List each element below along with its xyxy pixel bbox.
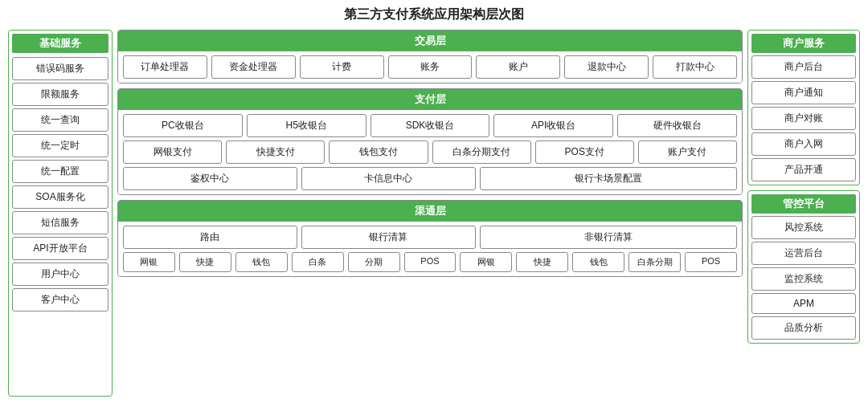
left-item-1: 限额服务	[12, 83, 108, 106]
cell-2-1-3: 白条	[292, 252, 344, 272]
left-column: 基础服务 错误码服务限额服务统一查询统一定时统一配置SOA服务化短信服务API开…	[8, 30, 113, 397]
row-1-2: 鉴权中心卡信息中心银行卡场景配置	[123, 167, 737, 190]
cell-0-0-6: 打款中心	[653, 55, 737, 79]
cell-2-1-5: POS	[404, 252, 457, 272]
control-box-title: 管控平台	[751, 194, 856, 214]
row-1-1: 网银支付快捷支付钱包支付白条分期支付POS支付账户支付	[123, 140, 737, 164]
layer-box-2: 渠通层路由银行清算非银行清算网银快捷钱包白条分期POS网银快捷钱包白条分期POS	[117, 200, 743, 277]
left-item-5: SOA服务化	[12, 185, 108, 209]
merchant-item-1: 商户通知	[751, 81, 856, 104]
control-box: 管控平台 风控系统运营后台监控系统APM品质分析	[747, 190, 860, 344]
row-0-0: 订单处理器资金处理器计费账务账户退款中心打款中心	[123, 55, 737, 79]
cell-1-0-4: 硬件收银台	[617, 114, 737, 137]
cell-0-0-4: 账户	[476, 55, 560, 79]
main-container: 第三方支付系统应用架构层次图 基础服务 错误码服务限额服务统一查询统一定时统一配…	[0, 0, 868, 403]
left-item-3: 统一定时	[12, 134, 108, 157]
cell-1-2-2: 银行卡场景配置	[480, 167, 737, 190]
left-col-title: 基础服务	[12, 34, 108, 53]
cell-1-1-1: 快捷支付	[226, 140, 325, 164]
cell-2-1-10: POS	[685, 252, 737, 272]
cell-2-1-7: 快捷	[516, 252, 568, 272]
cell-2-1-8: 钱包	[572, 252, 624, 272]
content-area: 基础服务 错误码服务限额服务统一查询统一定时统一配置SOA服务化短信服务API开…	[8, 30, 860, 397]
control-item-1: 运营后台	[751, 242, 856, 265]
control-item-0: 风控系统	[751, 216, 856, 239]
layer-content-0: 订单处理器资金处理器计费账务账户退款中心打款中心	[118, 51, 742, 83]
right-column: 商户服务 商户后台商户通知商户对账商户入网产品开通 管控平台 风控系统运营后台监…	[747, 30, 860, 397]
layer-box-0: 交易层订单处理器资金处理器计费账务账户退款中心打款中心	[117, 30, 743, 83]
cell-0-0-2: 计费	[300, 55, 384, 79]
cell-2-0-1: 银行清算	[301, 226, 476, 249]
layer-title-0: 交易层	[118, 31, 742, 51]
cell-2-1-4: 分期	[348, 252, 400, 272]
cell-1-0-3: API收银台	[493, 114, 613, 137]
cell-1-1-5: 账户支付	[638, 140, 737, 164]
cell-1-0-0: PC收银台	[123, 114, 243, 137]
left-item-0: 错误码服务	[12, 57, 108, 80]
cell-1-0-2: SDK收银台	[371, 114, 490, 137]
cell-2-0-0: 路由	[123, 226, 297, 249]
layer-content-2: 路由银行清算非银行清算网银快捷钱包白条分期POS网银快捷钱包白条分期POS	[118, 222, 742, 276]
cell-2-1-0: 网银	[123, 252, 175, 272]
left-item-2: 统一查询	[12, 108, 108, 132]
cell-0-0-1: 资金处理器	[211, 55, 296, 79]
cell-0-0-5: 退款中心	[564, 55, 649, 79]
cell-1-1-2: 钱包支付	[329, 140, 428, 164]
cell-2-1-9: 白条分期	[628, 252, 681, 272]
cell-1-2-1: 卡信息中心	[301, 167, 476, 190]
cell-0-0-3: 账务	[388, 55, 473, 79]
layer-box-1: 支付层PC收银台H5收银台SDK收银台API收银台硬件收银台网银支付快捷支付钱包…	[117, 88, 743, 195]
row-2-0: 路由银行清算非银行清算	[123, 226, 737, 249]
merchant-item-2: 商户对账	[751, 107, 856, 130]
layer-title-2: 渠通层	[118, 201, 742, 222]
left-item-4: 统一配置	[12, 160, 108, 183]
left-item-8: 用户中心	[12, 263, 108, 286]
cell-0-0-0: 订单处理器	[123, 55, 207, 79]
merchant-item-3: 商户入网	[751, 132, 856, 156]
cell-1-1-4: POS支付	[535, 140, 634, 164]
cell-1-0-1: H5收银台	[247, 114, 366, 137]
cell-1-1-0: 网银支付	[123, 140, 222, 164]
control-item-3: APM	[751, 293, 856, 314]
row-2-1: 网银快捷钱包白条分期POS网银快捷钱包白条分期POS	[123, 252, 737, 272]
merchant-item-4: 产品开通	[751, 158, 856, 181]
cell-1-1-3: 白条分期支付	[432, 140, 531, 164]
merchant-item-0: 商户后台	[751, 55, 856, 79]
left-item-6: 短信服务	[12, 211, 108, 234]
left-item-7: API开放平台	[12, 237, 108, 260]
control-item-2: 监控系统	[751, 267, 856, 291]
cell-2-1-6: 网银	[460, 252, 512, 272]
merchant-box: 商户服务 商户后台商户通知商户对账商户入网产品开通	[747, 30, 860, 185]
cell-1-2-0: 鉴权中心	[123, 167, 297, 190]
control-item-4: 品质分析	[751, 316, 856, 340]
cell-2-0-2: 非银行清算	[480, 226, 737, 249]
row-1-0: PC收银台H5收银台SDK收银台API收银台硬件收银台	[123, 114, 737, 137]
layer-title-1: 支付层	[118, 89, 742, 110]
cell-2-1-1: 快捷	[179, 252, 231, 272]
center-column: 交易层订单处理器资金处理器计费账务账户退款中心打款中心支付层PC收银台H5收银台…	[117, 30, 743, 397]
layer-content-1: PC收银台H5收银台SDK收银台API收银台硬件收银台网银支付快捷支付钱包支付白…	[118, 110, 742, 194]
left-item-9: 客户中心	[12, 288, 108, 311]
page-title: 第三方支付系统应用架构层次图	[8, 6, 860, 23]
cell-2-1-2: 钱包	[235, 252, 288, 272]
merchant-box-title: 商户服务	[751, 34, 856, 53]
